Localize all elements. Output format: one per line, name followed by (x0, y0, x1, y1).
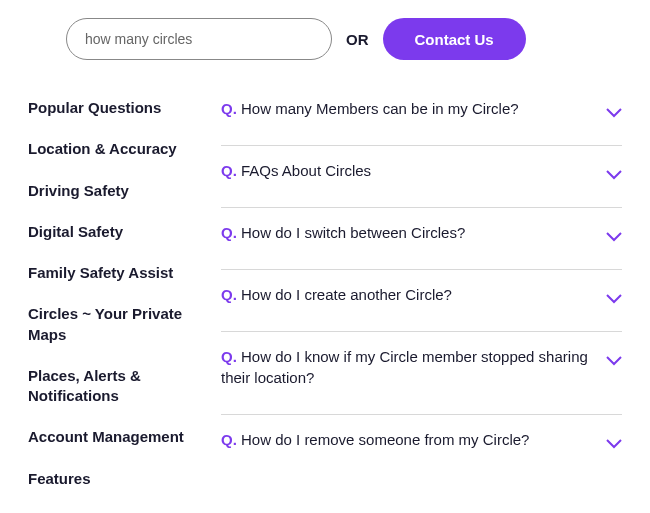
q-prefix: Q. (221, 286, 237, 303)
faq-text: How do I know if my Circle member stoppe… (221, 348, 588, 386)
sidebar: Popular Questions Location & Accuracy Dr… (28, 98, 193, 513)
faq-item[interactable]: Q. How do I remove someone from my Circl… (221, 415, 622, 476)
faq-question: Q. How do I switch between Circles? (221, 222, 481, 243)
sidebar-item-location-accuracy[interactable]: Location & Accuracy (28, 139, 193, 159)
sidebar-item-family-safety-assist[interactable]: Family Safety Assist (28, 263, 193, 283)
faq-item[interactable]: Q. How do I switch between Circles? (221, 208, 622, 270)
sidebar-item-driving-safety[interactable]: Driving Safety (28, 181, 193, 201)
chevron-down-icon (606, 294, 622, 304)
sidebar-item-features[interactable]: Features (28, 469, 193, 489)
faq-list: Q. How many Members can be in my Circle?… (221, 98, 622, 513)
q-prefix: Q. (221, 100, 237, 117)
q-prefix: Q. (221, 348, 237, 365)
chevron-down-icon (606, 108, 622, 118)
faq-question: Q. How do I create another Circle? (221, 284, 468, 305)
q-prefix: Q. (221, 162, 237, 179)
faq-question: Q. How do I remove someone from my Circl… (221, 429, 545, 450)
sidebar-item-account-management[interactable]: Account Management (28, 427, 193, 447)
faq-text: How do I create another Circle? (241, 286, 452, 303)
top-bar: OR Contact Us (28, 18, 622, 60)
faq-question: Q. FAQs About Circles (221, 160, 387, 181)
faq-item[interactable]: Q. How do I create another Circle? (221, 270, 622, 332)
sidebar-item-popular-questions[interactable]: Popular Questions (28, 98, 193, 118)
sidebar-item-circles[interactable]: Circles ~ Your Private Maps (28, 304, 193, 345)
sidebar-item-digital-safety[interactable]: Digital Safety (28, 222, 193, 242)
contact-us-button[interactable]: Contact Us (383, 18, 526, 60)
chevron-down-icon (606, 356, 622, 366)
search-input[interactable] (66, 18, 332, 60)
or-label: OR (346, 31, 369, 48)
chevron-down-icon (606, 232, 622, 242)
faq-text: How do I remove someone from my Circle? (241, 431, 529, 448)
chevron-down-icon (606, 170, 622, 180)
faq-text: How do I switch between Circles? (241, 224, 465, 241)
q-prefix: Q. (221, 431, 237, 448)
faq-text: FAQs About Circles (241, 162, 371, 179)
faq-text: How many Members can be in my Circle? (241, 100, 519, 117)
faq-item[interactable]: Q. FAQs About Circles (221, 146, 622, 208)
sidebar-item-places-alerts[interactable]: Places, Alerts & Notifications (28, 366, 193, 407)
faq-item[interactable]: Q. How do I know if my Circle member sto… (221, 332, 622, 415)
faq-item[interactable]: Q. How many Members can be in my Circle? (221, 98, 622, 146)
faq-question: Q. How many Members can be in my Circle? (221, 98, 535, 119)
q-prefix: Q. (221, 224, 237, 241)
chevron-down-icon (606, 439, 622, 449)
faq-question: Q. How do I know if my Circle member sto… (221, 346, 606, 388)
